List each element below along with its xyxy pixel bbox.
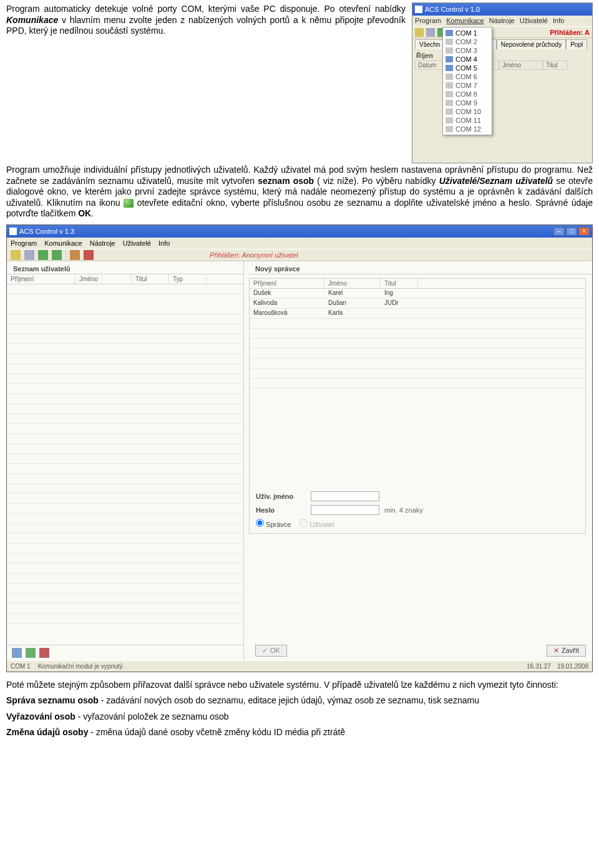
table-row [7,484,243,494]
toolbar-icon-5[interactable] [70,250,80,260]
table-row [7,504,243,514]
menubar: Program Komunikace Nástroje Uživatelé In… [412,16,592,27]
toolbar-icon-1[interactable] [415,28,424,37]
paragraph-after-2: Správa seznamu osob - zadávání nových os… [6,695,593,706]
password-input[interactable] [311,505,379,515]
p1-text-a: Program automaticky detekuje volné porty… [6,4,406,14]
close-icon[interactable]: × [578,227,590,236]
table-row [250,359,585,369]
port-item[interactable]: COM 4 [443,55,492,64]
app-icon [415,6,422,13]
table-row [7,374,243,384]
toolbar-icon-search[interactable] [24,250,34,260]
menubar: Program Komunikace Nástroje Uživatelé In… [7,238,592,249]
a2-text: - zadávání nových osob do seznamu, edita… [99,695,479,705]
port-item: COM 3 [443,46,492,55]
menu-komunikace[interactable]: Komunikace [446,17,484,25]
app-icon [9,228,17,235]
radio-spravce[interactable]: Správce [256,519,291,528]
add-user-icon[interactable] [12,648,22,658]
screenshot-acs-1-0: ACS Control v 1.0 Program Komunikace Nás… [412,2,593,163]
table-row [250,339,585,349]
menu-program[interactable]: Program [11,239,37,247]
table-row [7,434,243,444]
ok-label: OK [270,647,280,654]
th-jmeno[interactable]: Jméno [75,274,132,284]
table-row [7,404,243,414]
table-row [7,394,243,404]
toolbar-icon-2[interactable] [426,28,435,37]
toolbar-icon-6[interactable] [84,250,94,260]
password-hint: min. 4 znaky [384,506,423,514]
table-row [7,574,243,584]
dialog-buttons: OK Zavřít [249,641,592,660]
radio-spravce-label: Správce [266,521,291,528]
menu-nastroje[interactable]: Nástroje [489,17,515,25]
delete-user-icon[interactable] [39,648,49,658]
menu-uzivatele[interactable]: Uživatelé [520,17,548,25]
table-row [7,564,243,574]
komunikace-dropdown: COM 1 COM 2 COM 3 COM 4 COM 5 COM 6 COM … [442,27,492,135]
toolbar-icon-user[interactable] [11,250,21,260]
menu-uzivatele[interactable]: Uživatelé [123,239,151,247]
table-row[interactable]: Kalivoda Dušan JUDr [250,299,585,309]
paragraph-1: Program automaticky detekuje volné porty… [6,4,406,37]
table-row [7,284,243,294]
tab-alarm[interactable]: Popl [566,39,587,49]
login-status: Přihlášen: Anonymní uživatel [210,251,298,259]
menu-info[interactable]: Info [158,239,170,247]
login-status: Přihlášen: A [550,29,590,36]
table-row[interactable]: Maroušková Karla [250,309,585,319]
port-item[interactable]: COM 5 [443,64,492,72]
tab-denied[interactable]: Nepovolené průchody [497,39,566,49]
cell-jmeno: Karel [324,289,381,298]
menu-info[interactable]: Info [553,17,564,25]
th-jmeno[interactable]: Jméno [324,279,381,288]
label-password: Heslo [256,506,306,514]
pane-title: Seznam uživatelů [7,261,243,274]
p2-seznam-osob: seznam osob [258,176,314,186]
left-pane-user-list: Seznam uživatelů Příjmení Jméno Titul Ty… [7,261,244,660]
window-title: ACS Control v 1.0 [425,6,480,13]
left-action-bar [7,645,243,660]
table-row [7,454,243,464]
table-row [7,324,243,334]
maximize-icon[interactable]: □ [566,227,577,236]
table-row [7,534,243,544]
port-item[interactable]: COM 1 [443,29,492,37]
paragraph-after-4: Změna údajů osoby - změna údajů dané oso… [6,727,593,738]
menu-komunikace[interactable]: Komunikace [44,239,82,247]
th-typ[interactable]: Typ [169,274,207,284]
tab-all[interactable]: Všechn [415,39,444,49]
table-row[interactable]: Dušek Karel Ing [250,289,585,299]
table-row [250,349,585,359]
table-row [7,464,243,474]
edit-user-icon[interactable] [26,648,36,658]
th-prijmeni[interactable]: Příjmení [250,279,324,288]
table-row [7,354,243,364]
th-titul[interactable]: Titul [381,279,418,288]
menu-nastroje[interactable]: Nástroje [90,239,115,247]
a3-text: - vyřazování položek ze seznamu osob [75,711,229,721]
table-row [250,379,585,388]
ok-button[interactable]: OK [255,645,287,657]
port-item: COM 7 [443,81,492,90]
edit-icon [124,199,134,208]
toolbar-icon-4[interactable] [52,250,62,260]
table-header: Příjmení Jméno Titul Typ [7,274,243,284]
close-button[interactable]: Zavřít [547,645,586,657]
port-item: COM 8 [443,90,492,99]
cell-titul: Ing [381,289,418,298]
toolbar-icon-start[interactable] [38,250,48,260]
cell-titul [381,309,418,318]
cell-prijmeni: Kalivoda [250,299,324,308]
username-input[interactable] [311,491,379,501]
month-label: Říjen [412,51,592,60]
menu-program[interactable]: Program [415,17,441,25]
th-prijmeni[interactable]: Příjmení [7,274,75,284]
table-body-empty [7,284,243,624]
table-row [7,554,243,564]
minimize-icon[interactable]: – [553,227,565,236]
table-row [7,414,243,424]
th-titul[interactable]: Titul [132,274,169,284]
